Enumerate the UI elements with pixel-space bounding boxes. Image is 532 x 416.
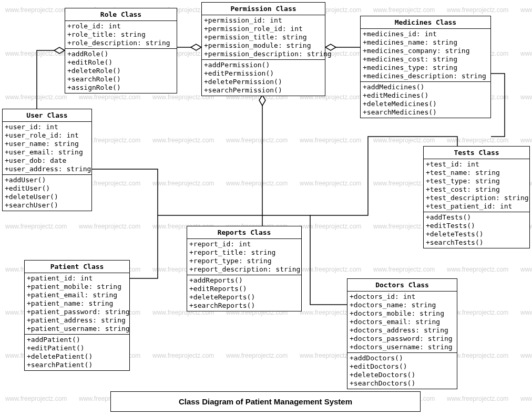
class-title: Doctors Class <box>347 279 457 292</box>
class-attributes: +test_id: int+test_name: string+test_typ… <box>424 159 529 212</box>
class-operations: +addPermission()+editPermission()+delete… <box>202 60 325 96</box>
class-permission: Permission Class+permission_id: int+perm… <box>201 2 325 96</box>
watermark-text: www.freeprojectz.com <box>520 266 532 273</box>
watermark-text: www.freeprojectz.com <box>79 93 140 101</box>
class-operations: +addTests()+editTests()+deleteTests()+se… <box>424 212 529 248</box>
watermark-text: www.freeprojectz.com <box>520 352 532 359</box>
attr-line: +medicines_name: string <box>363 38 488 47</box>
op-line: +deletePatient() <box>27 352 127 361</box>
class-doctors: Doctors Class+doctors_id: int+doctors_na… <box>347 278 457 389</box>
class-title: Role Class <box>65 8 177 21</box>
attr-line: +medicines_description: string <box>363 72 488 80</box>
op-line: +searchPatient() <box>27 361 127 369</box>
op-line: +addDoctors() <box>350 354 455 362</box>
op-line: +addPatient() <box>27 336 127 344</box>
op-line: +searchPermission() <box>204 86 323 95</box>
op-line: +searchDoctors() <box>350 379 455 388</box>
svg-marker-3 <box>259 95 265 106</box>
op-line: +deleteDoctors() <box>350 371 455 379</box>
watermark-text: www.freeprojectz.com <box>373 6 435 14</box>
svg-marker-0 <box>54 47 65 54</box>
attr-line: +role_title: string <box>67 30 175 39</box>
attr-line: +patient_address: string <box>27 316 127 325</box>
watermark-text: www.freeprojectz.com <box>520 50 532 57</box>
class-operations: +addReports()+editReports()+deleteReport… <box>187 275 301 311</box>
op-line: +addReports() <box>189 276 299 285</box>
attr-line: +test_patient_id: int <box>426 202 527 211</box>
class-title: Tests Class <box>424 147 529 159</box>
op-line: +addRole() <box>67 50 175 58</box>
attr-line: +report_description: string <box>189 265 299 274</box>
class-medicines: Medicines Class+medicines_id: int+medici… <box>360 16 491 118</box>
attr-line: +permission_description: string <box>204 50 323 58</box>
op-line: +searchReports() <box>189 301 299 310</box>
watermark-text: www.freeprojectz.com <box>373 137 435 144</box>
class-attributes: +patient_id: int+patient_mobile: string+… <box>25 273 129 335</box>
attr-line: +permission_module: string <box>204 41 323 50</box>
op-line: +searchRole() <box>67 75 175 84</box>
attr-line: +permission_id: int <box>204 16 323 25</box>
attr-line: +doctors_name: string <box>350 301 455 309</box>
attr-line: +doctors_id: int <box>350 293 455 301</box>
class-title: Permission Class <box>202 3 325 15</box>
watermark-text: www.freeprojectz.com <box>447 266 508 273</box>
attr-line: +doctors_username: string <box>350 343 455 351</box>
diagram-title-text: Class Diagram of Patient Management Syst… <box>179 397 352 406</box>
attr-line: +test_type: string <box>426 177 527 185</box>
watermark-text: www.freeprojectz.com <box>300 223 361 230</box>
watermark-text: www.freeprojectz.com <box>5 6 67 14</box>
class-title: Reports Class <box>187 226 301 239</box>
attr-line: +doctors_address: string <box>350 326 455 335</box>
class-attributes: +medicines_id: int+medicines_name: strin… <box>361 29 490 82</box>
watermark-text: www.freeprojectz.com <box>520 137 532 144</box>
op-line: +deleteReports() <box>189 293 299 301</box>
attr-line: +permission_title: string <box>204 33 323 41</box>
attr-line: +test_name: string <box>426 169 527 177</box>
class-title: User Class <box>3 109 91 122</box>
class-operations: +addDoctors()+editDoctors()+deleteDoctor… <box>347 353 457 389</box>
watermark-text: www.freeprojectz.com <box>5 93 67 101</box>
class-attributes: +role_id: int+role_title: string+role_de… <box>65 21 177 49</box>
watermark-text: www.freeprojectz.com <box>5 50 67 57</box>
watermark-text: www.freeprojectz.com <box>447 137 508 144</box>
attr-line: +medicines_id: int <box>363 30 488 38</box>
attr-line: +role_id: int <box>67 22 175 30</box>
attr-line: +doctors_email: string <box>350 318 455 326</box>
op-line: +searchTests() <box>426 238 527 247</box>
watermark-text: www.freeprojectz.com <box>5 223 67 230</box>
watermark-text: www.freeprojectz.com <box>520 395 532 402</box>
class-title: Patient Class <box>25 261 129 273</box>
op-line: +addUser() <box>5 176 89 184</box>
attr-line: +role_description: string <box>67 39 175 47</box>
attr-line: +patient_password: string <box>27 308 127 316</box>
op-line: +deleteRole() <box>67 67 175 75</box>
watermark-text: www.freeprojectz.com <box>79 223 140 230</box>
attr-line: +medicines_company: string <box>363 47 488 55</box>
attr-line: +patient_id: int <box>27 274 127 283</box>
op-line: +editMedicines() <box>363 91 488 100</box>
watermark-text: www.freeprojectz.com <box>152 180 214 187</box>
watermark-text: www.freeprojectz.com <box>152 352 214 359</box>
op-line: +deletePermission() <box>204 78 323 86</box>
class-attributes: +user_id: int+user_role_id: int+user_nam… <box>3 122 91 175</box>
attr-line: +report_type: string <box>189 257 299 265</box>
class-user: User Class+user_id: int+user_role_id: in… <box>2 109 92 211</box>
op-line: +editPermission() <box>204 69 323 78</box>
attr-line: +report_title: string <box>189 248 299 257</box>
watermark-text: www.freeprojectz.com <box>447 6 508 14</box>
op-line: +deleteUser() <box>5 193 89 201</box>
op-line: +editRole() <box>67 58 175 67</box>
op-line: +editReports() <box>189 285 299 293</box>
class-reports: Reports Class+report_id: int+report_titl… <box>187 226 302 311</box>
attr-line: +user_dob: date <box>5 157 89 165</box>
watermark-text: www.freeprojectz.com <box>152 137 214 144</box>
attr-line: +user_name: string <box>5 140 89 148</box>
watermark-text: www.freeprojectz.com <box>226 180 288 187</box>
attr-line: +patient_mobile: string <box>27 283 127 291</box>
watermark-text: www.freeprojectz.com <box>447 395 508 402</box>
class-attributes: +doctors_id: int+doctors_name: string+do… <box>347 292 457 353</box>
attr-line: +user_email: string <box>5 148 89 157</box>
attr-line: +patient_email: string <box>27 291 127 299</box>
attr-line: +user_id: int <box>5 123 89 131</box>
op-line: +editTests() <box>426 222 527 230</box>
